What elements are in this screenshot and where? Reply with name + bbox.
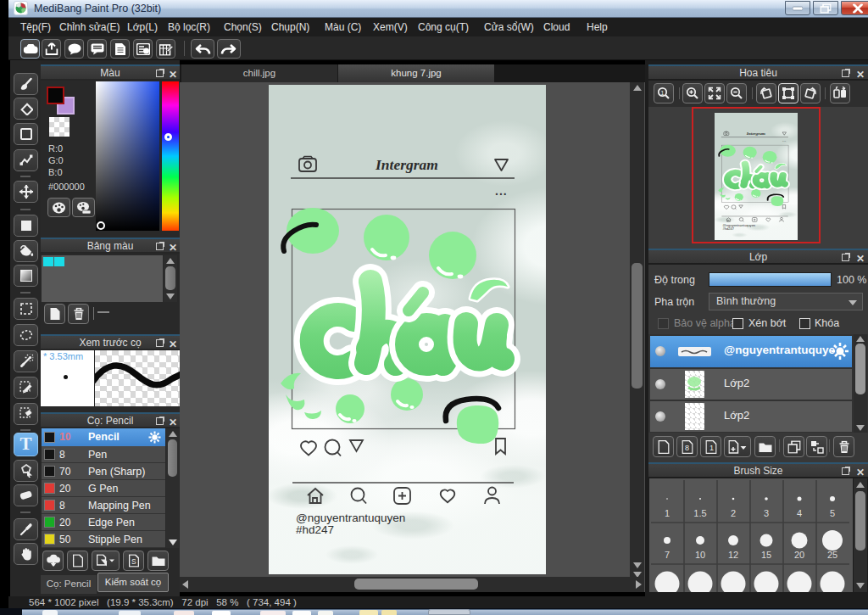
svg-text:15: 15 — [761, 550, 771, 560]
svg-text:12: 12 — [728, 550, 738, 560]
svg-text:8: 8 — [685, 444, 689, 452]
svg-text:20: 20 — [794, 550, 804, 560]
svg-text:Intergram: Intergram — [375, 156, 438, 173]
svg-text:@nguyentrantuquyen: @nguyentrantuquyen — [296, 512, 405, 524]
svg-text:1: 1 — [709, 444, 714, 452]
svg-text:2: 2 — [731, 508, 736, 518]
svg-text:#hd247: #hd247 — [296, 523, 334, 536]
svg-text:7: 7 — [665, 550, 670, 560]
svg-text:S: S — [131, 557, 136, 566]
svg-text:3: 3 — [764, 508, 769, 518]
svg-text:5: 5 — [830, 508, 835, 518]
svg-text:...: ... — [495, 184, 508, 198]
svg-text:1: 1 — [665, 508, 670, 518]
svg-text:25: 25 — [827, 550, 837, 560]
svg-text:10: 10 — [695, 550, 705, 560]
svg-text:1: 1 — [661, 90, 665, 96]
svg-text:4: 4 — [797, 508, 802, 518]
svg-text:1.5: 1.5 — [693, 508, 706, 518]
